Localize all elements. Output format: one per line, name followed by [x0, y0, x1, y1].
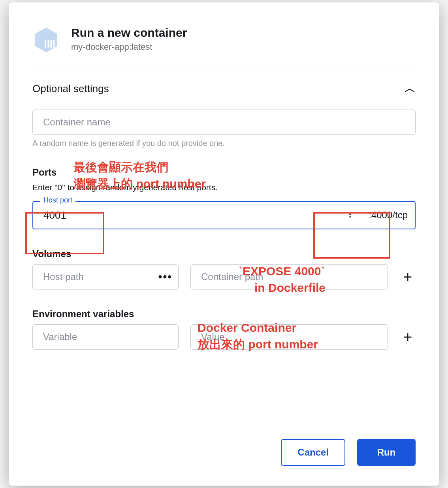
scroll-fade [32, 365, 416, 393]
container-name-helper: A random name is generated if you do not… [32, 139, 416, 148]
env-variable-input[interactable] [32, 324, 179, 350]
cancel-button[interactable]: Cancel [281, 439, 345, 466]
optional-settings-toggle[interactable]: Optional settings ︿ [32, 81, 416, 96]
env-row: + [32, 324, 416, 350]
port-row: Host port ▲▼ :4000/tcp [32, 201, 416, 229]
modal-body: Optional settings ︿ A random name is gen… [9, 66, 439, 419]
browse-host-path-icon[interactable]: ••• [158, 270, 172, 283]
ports-description: Enter "0" to assign randomly generated h… [32, 183, 416, 192]
modal-header: Run a new container my-docker-app:latest [9, 2, 439, 66]
host-port-floating-label: Host port [40, 196, 75, 204]
container-path-input[interactable] [190, 264, 388, 289]
optional-settings-label: Optional settings [32, 83, 109, 95]
svg-rect-4 [53, 40, 55, 48]
chevron-up-icon: ︿ [405, 81, 416, 96]
run-container-modal: Run a new container my-docker-app:latest… [9, 2, 439, 486]
add-env-icon[interactable]: + [400, 329, 416, 344]
volumes-label: Volumes [32, 248, 416, 259]
header-text: Run a new container my-docker-app:latest [71, 26, 187, 52]
volumes-row: ••• + [32, 264, 416, 289]
modal-footer: Cancel Run [9, 419, 439, 486]
container-port-suffix: :4000/tcp [369, 210, 408, 221]
run-button[interactable]: Run [357, 439, 416, 466]
add-volume-icon[interactable]: + [400, 269, 416, 284]
container-icon [32, 26, 60, 54]
port-spinner[interactable]: ▲▼ [348, 212, 352, 219]
image-tag: my-docker-app:latest [71, 42, 187, 52]
container-name-input[interactable] [32, 110, 416, 135]
env-label: Environment variables [32, 308, 416, 320]
modal-title: Run a new container [71, 26, 187, 40]
divider [32, 66, 416, 66]
svg-rect-1 [45, 40, 47, 48]
ports-label: Ports [32, 167, 416, 178]
svg-rect-3 [51, 40, 52, 48]
svg-rect-2 [48, 40, 49, 48]
env-value-input[interactable] [190, 324, 388, 350]
host-port-input[interactable] [32, 201, 416, 229]
host-path-input[interactable] [32, 264, 179, 289]
